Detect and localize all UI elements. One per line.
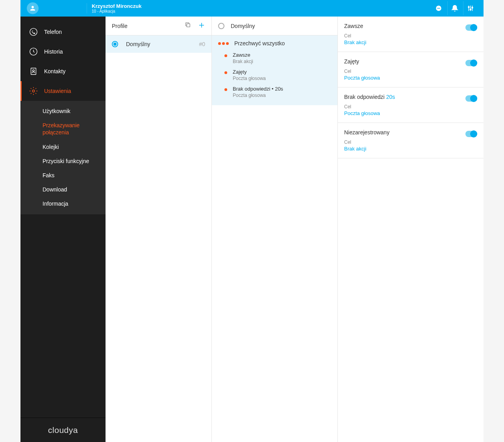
detail-title: Zajęty — [344, 58, 359, 65]
profile-title: Profile — [112, 23, 128, 29]
sub-rule-title: Zajęty — [233, 69, 266, 75]
detail-item: Zajęty Cel Poczta głosowa — [338, 52, 484, 87]
sub-rule-sub: Poczta głosowa — [233, 76, 266, 81]
detail-label: Cel — [344, 104, 465, 110]
avatar[interactable] — [27, 2, 39, 14]
sub-rule-title: Zawsze — [233, 52, 253, 58]
svg-point-12 — [32, 90, 35, 92]
detail-value[interactable]: Poczta głosowa — [344, 75, 465, 81]
sub-rule-item[interactable]: Zawsze Brak akcji — [218, 50, 331, 67]
sub-rule-title: Brak odpowiedzi • 20s — [233, 86, 283, 92]
nav-label: Kontakty — [44, 68, 65, 74]
dot-icon — [224, 71, 227, 74]
detail-item: Brak odpowiedzi 20s Cel Poczta głosowa — [338, 87, 484, 123]
detail-label: Cel — [344, 139, 465, 145]
dot-icon — [224, 88, 227, 91]
sub-rule-sub: Poczta głosowa — [233, 93, 283, 98]
detail-title: Brak odpowiedzi — [344, 94, 386, 100]
radio-unchecked-icon[interactable] — [218, 23, 224, 29]
svg-point-7 — [472, 7, 473, 8]
profile-item[interactable]: Domyślny #0 — [106, 35, 211, 53]
detail-accent: 20s — [386, 94, 395, 100]
nav-telefon[interactable]: Telefon — [20, 22, 106, 42]
detail-item: Zawsze Cel Brak akcji — [338, 17, 484, 52]
user-sub: 10 - Aplikacja — [92, 9, 141, 13]
dot-icon — [224, 54, 227, 57]
phone-icon — [29, 28, 38, 36]
svg-point-6 — [470, 9, 471, 10]
app-header: Krzysztof Mironczuk 10 - Aplikacja — [20, 0, 484, 17]
subnav-przyciski[interactable]: Przyciski funkcyjne — [20, 154, 106, 168]
nav-ustawienia[interactable]: Ustawienia — [20, 81, 106, 101]
rule-title: Przechwyć wszystko — [234, 40, 285, 46]
svg-point-8 — [30, 28, 37, 35]
rule-dots-icon — [218, 42, 229, 45]
bell-icon[interactable] — [447, 1, 461, 15]
subnav-informacja[interactable]: Informacja — [20, 197, 106, 211]
toggle-switch[interactable] — [465, 95, 477, 102]
rules-header-title: Domyślny — [231, 23, 255, 29]
nav-historia[interactable]: Historia — [20, 42, 106, 61]
detail-item: Niezarejestrowany Cel Brak akcji — [338, 123, 484, 158]
toggle-switch[interactable] — [465, 131, 477, 137]
rule-item[interactable]: Przechwyć wszystko Zawsze Brak akcji Zaj… — [212, 35, 337, 105]
details-column: Zawsze Cel Brak akcji Zajęty Cel Poczta … — [338, 17, 484, 442]
toggle-switch[interactable] — [465, 24, 477, 31]
contacts-icon — [29, 67, 38, 76]
subnav-faks[interactable]: Faks — [20, 168, 106, 182]
sub-rule-sub: Brak akcji — [233, 59, 253, 64]
detail-value[interactable]: Brak akcji — [344, 39, 465, 45]
user-name: Krzysztof Mironczuk — [92, 3, 141, 9]
subnav-przekazywanie[interactable]: Przekazywanie połączenia — [20, 118, 106, 139]
profile-item-name: Domyślny — [126, 41, 199, 47]
profile-column: Profile Domyślny #0 — [106, 17, 212, 442]
sub-rule-item[interactable]: Zajęty Poczta głosowa — [218, 67, 331, 84]
subnav-kolejki[interactable]: Kolejki — [20, 140, 106, 154]
detail-label: Cel — [344, 33, 465, 39]
sub-rule-item[interactable]: Brak odpowiedzi • 20s Poczta głosowa — [218, 84, 331, 100]
svg-rect-13 — [187, 24, 190, 27]
dnd-icon[interactable] — [432, 1, 446, 15]
svg-point-5 — [468, 7, 469, 8]
subnav-uzytkownik[interactable]: Użytkownik — [20, 104, 106, 118]
nav-kontakty[interactable]: Kontakty — [20, 61, 106, 81]
svg-rect-1 — [437, 8, 440, 9]
detail-title: Zawsze — [344, 23, 363, 29]
clock-icon — [29, 47, 38, 56]
detail-label: Cel — [344, 69, 465, 74]
detail-title: Niezarejestrowany — [344, 129, 389, 136]
nav-label: Historia — [44, 48, 63, 55]
detail-value[interactable]: Poczta głosowa — [344, 110, 465, 116]
detail-value[interactable]: Brak akcji — [344, 146, 465, 152]
copy-icon[interactable] — [185, 22, 191, 30]
profile-item-id: #0 — [199, 41, 205, 47]
nav-label: Telefon — [44, 29, 62, 35]
subnav-download[interactable]: Download — [20, 182, 106, 197]
radio-checked-icon[interactable] — [112, 41, 118, 47]
rules-column: Domyślny Przechwyć wszystko Zawsze Brak … — [212, 17, 338, 442]
sidebar: Telefon Historia Kontakty — [20, 17, 106, 442]
settings-sliders-icon[interactable] — [463, 1, 477, 15]
gear-icon — [29, 87, 38, 95]
nav-label: Ustawienia — [44, 88, 71, 94]
svg-point-11 — [33, 70, 35, 72]
toggle-switch[interactable] — [465, 60, 477, 66]
plus-icon[interactable] — [198, 22, 205, 30]
brand-logo: cloudya — [20, 418, 106, 442]
